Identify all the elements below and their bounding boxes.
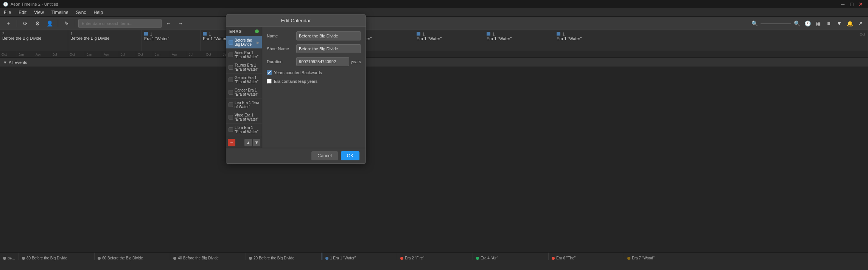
era-indicator-0 bbox=[3, 257, 6, 260]
era-flag-8 bbox=[557, 32, 560, 36]
bottom-era-label-6: Era 2 "Fire" bbox=[405, 256, 424, 260]
era-indicator-5 bbox=[325, 257, 328, 260]
era-icon-7 bbox=[229, 127, 233, 132]
era-item-label-6: Virgo Era 1 "Era of Water" bbox=[235, 113, 260, 121]
cancel-button[interactable]: Cancel bbox=[311, 151, 338, 160]
era-item-6[interactable]: Virgo Era 1 "Era of Water" bbox=[226, 111, 262, 124]
bottom-era-label-2: 60 Before the Big Divide bbox=[102, 256, 143, 260]
zoom-in-button[interactable]: 🔍 bbox=[792, 19, 801, 28]
add-button[interactable]: ＋ bbox=[3, 18, 14, 29]
filter-button[interactable]: ▼ bbox=[835, 19, 844, 28]
era-name-7: Era 1 "Water" bbox=[487, 36, 552, 41]
bottom-era-label-5: 1 Era 1 "Water" bbox=[330, 256, 356, 260]
app-title: Aeon Timeline 2 - Untitled bbox=[11, 2, 58, 6]
menu-sync[interactable]: Sync bbox=[72, 8, 90, 16]
era-name-0: Before the Big Divide bbox=[2, 36, 65, 40]
menu-edit[interactable]: Edit bbox=[15, 8, 30, 16]
era-item-1[interactable]: Aries Era 1 "Era of Water" bbox=[226, 49, 262, 61]
search-input[interactable] bbox=[78, 19, 162, 28]
dialog-footer: Cancel OK bbox=[226, 148, 366, 163]
era-indicator-3 bbox=[173, 257, 176, 260]
era-item-2[interactable]: Taurus Era 1 "Era of Water" bbox=[226, 61, 262, 74]
nav-forward-button[interactable]: → bbox=[175, 18, 186, 29]
name-input[interactable] bbox=[296, 31, 361, 40]
era-down-button[interactable]: ▼ bbox=[253, 139, 260, 146]
timeline-area: 2 Before the Big Divide 1 Before the Big… bbox=[0, 30, 868, 260]
ruler-jul1: Jul bbox=[51, 51, 68, 57]
back-button[interactable]: ⟳ bbox=[20, 18, 31, 29]
era-icon-2 bbox=[229, 65, 233, 70]
ruler-oct3: Oct bbox=[136, 51, 153, 57]
era-icon-6 bbox=[229, 115, 233, 119]
era-num-3: 1 bbox=[209, 32, 211, 36]
era-item-4[interactable]: Cancer Era 1 "Era of Water" bbox=[226, 86, 262, 99]
maximize-button[interactable]: □ bbox=[848, 0, 856, 8]
menu-timeline[interactable]: Timeline bbox=[48, 8, 72, 16]
era-nav-buttons: ▲ ▼ bbox=[244, 139, 260, 146]
ruler-jul3: Jul bbox=[187, 51, 204, 57]
all-events-label: All Events bbox=[9, 60, 27, 65]
zoom-out-button[interactable]: 🔍 bbox=[750, 19, 759, 28]
era-cell-8: 1 Era 1 "Water" Oct bbox=[554, 30, 868, 51]
bottom-era-7: Era 4 "Air" bbox=[473, 253, 549, 260]
remove-era-button[interactable]: − bbox=[228, 139, 235, 146]
era-item-7[interactable]: Libra Era 1 "Era of Water" bbox=[226, 124, 262, 136]
bell-button[interactable]: 🔔 bbox=[845, 19, 854, 28]
menubar: File Edit View Timeline Sync Help bbox=[0, 8, 868, 17]
ok-button[interactable]: OK bbox=[341, 151, 359, 160]
bottom-era-5: 1 Era 1 "Water" bbox=[322, 253, 397, 260]
leap-year-checkbox[interactable] bbox=[267, 79, 272, 84]
pencil-button[interactable]: ✎ bbox=[61, 18, 72, 29]
era-flag-3 bbox=[203, 32, 207, 36]
toolbar-right: 🔍 🔍 🕐 ▦ ≡ ▼ 🔔 ↗ bbox=[750, 19, 865, 28]
era-item-0[interactable]: Before the Big Divide ▶ bbox=[226, 36, 262, 49]
grid-button[interactable]: ▦ bbox=[814, 19, 823, 28]
era-up-button[interactable]: ▲ bbox=[244, 139, 252, 146]
oct-label: Oct bbox=[860, 33, 865, 36]
titlebar: 🕐 Aeon Timeline 2 - Untitled ─ □ ✕ bbox=[0, 0, 868, 8]
close-button[interactable]: ✕ bbox=[857, 0, 865, 8]
short-name-input[interactable] bbox=[296, 44, 361, 53]
era-icon-3 bbox=[229, 78, 233, 82]
ruler-apr3: Apr bbox=[170, 51, 187, 57]
settings-button[interactable]: ⚙ bbox=[32, 18, 43, 29]
ruler-oct2: Oct bbox=[68, 51, 85, 57]
eras-list-panel: ERAS Before the Big Divide ▶ Aries Era 1… bbox=[226, 27, 262, 148]
era-name-2: Era 1 "Water" bbox=[144, 36, 198, 41]
share-button[interactable]: ↗ bbox=[856, 19, 865, 28]
eras-list-header: ERAS bbox=[226, 27, 262, 36]
sep1 bbox=[17, 20, 17, 27]
timeline-content[interactable] bbox=[0, 67, 868, 252]
eras-list: Before the Big Divide ▶ Aries Era 1 "Era… bbox=[226, 36, 262, 137]
era-name-6: Era 1 "Water" bbox=[417, 36, 482, 41]
era-indicator-1 bbox=[22, 257, 25, 260]
bottom-era-3: 40 Before the Big Divide bbox=[170, 253, 246, 260]
menu-view[interactable]: View bbox=[30, 8, 48, 16]
years-backwards-checkbox[interactable] bbox=[267, 70, 272, 75]
minimize-button[interactable]: ─ bbox=[838, 0, 847, 8]
list-button[interactable]: ≡ bbox=[824, 19, 833, 28]
era-item-3[interactable]: Gemini Era 1 "Era of Water" bbox=[226, 74, 262, 86]
zoom-slider[interactable] bbox=[761, 23, 791, 24]
app-icon: 🕐 bbox=[3, 2, 8, 7]
sep2 bbox=[58, 20, 58, 27]
nav-back-button[interactable]: ← bbox=[163, 18, 174, 29]
era-item-label-1: Aries Era 1 "Era of Water" bbox=[235, 51, 260, 59]
era-icon-0 bbox=[229, 40, 233, 45]
bottom-era-1: 80 Before the Big Divide bbox=[19, 253, 95, 260]
duration-input[interactable] bbox=[296, 57, 349, 66]
menu-file[interactable]: File bbox=[0, 8, 15, 16]
era-icon-1 bbox=[229, 53, 233, 57]
era-num-1: 1 bbox=[70, 32, 73, 36]
years-backwards-row: Years counted Backwards bbox=[267, 70, 361, 75]
era-flag-2 bbox=[144, 32, 148, 36]
era-item-5[interactable]: Leo Era 1 "Era of Water" bbox=[226, 99, 262, 111]
bottom-era-2: 60 Before the Big Divide bbox=[95, 253, 170, 260]
users-button[interactable]: 👤 bbox=[44, 18, 55, 29]
leap-year-row: Era contains leap years bbox=[267, 79, 361, 84]
bottom-era-label-0: Before the Big Divide bbox=[8, 256, 16, 260]
menu-help[interactable]: Help bbox=[90, 8, 107, 16]
clock-button[interactable]: 🕐 bbox=[803, 19, 812, 28]
era-cell-0: 2 Before the Big Divide bbox=[0, 30, 68, 51]
window-controls: ─ □ ✕ bbox=[838, 0, 865, 8]
